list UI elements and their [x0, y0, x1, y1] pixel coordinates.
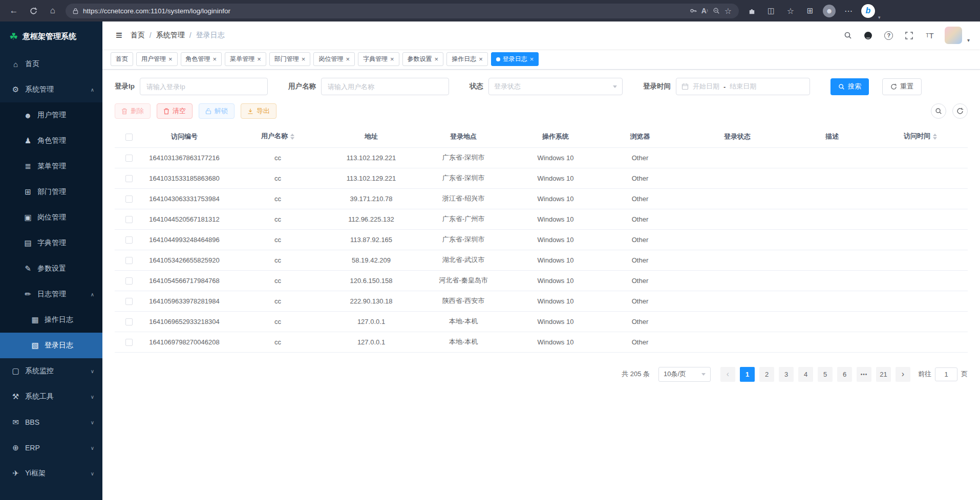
col-header-user-name[interactable]: 用户名称 [225, 126, 330, 147]
sidebar-item[interactable]: ▣ 岗位管理 [0, 205, 102, 230]
page-number-button[interactable]: 3 [779, 367, 794, 382]
tab[interactable]: 用户管理 [136, 52, 178, 66]
sort-icon[interactable] [933, 132, 937, 142]
search-button[interactable]: 搜索 [830, 78, 869, 95]
hamburger-menu-icon[interactable]: ≡ [111, 29, 127, 42]
sidebar-item[interactable]: ⊞ 部门管理 [0, 179, 102, 205]
sidebar-item[interactable]: ⚙ 系统管理 ∧ [0, 77, 102, 102]
zoom-out-icon[interactable] [713, 7, 720, 14]
close-icon[interactable] [530, 56, 534, 62]
search-icon[interactable] [842, 30, 854, 41]
refresh-icon[interactable] [27, 4, 40, 17]
more-menu-icon[interactable] [842, 4, 855, 17]
user-name-input[interactable] [321, 78, 449, 95]
refresh-table-button[interactable] [952, 103, 968, 119]
split-screen-icon[interactable] [764, 4, 778, 17]
close-icon[interactable] [390, 56, 394, 62]
page-size-select[interactable]: 10条/页 [658, 367, 711, 382]
sidebar-item[interactable]: ▤ 字典管理 [0, 230, 102, 256]
col-header-visit-time[interactable]: 访问时间 [873, 126, 968, 147]
copilot-bing-icon[interactable] [861, 4, 875, 18]
reset-button[interactable]: 重置 [882, 78, 922, 95]
unlock-button[interactable]: 解锁 [199, 103, 235, 119]
page-number-button[interactable]: 21 [876, 367, 891, 382]
tab[interactable]: 操作日志 [446, 52, 488, 66]
user-avatar[interactable] [945, 27, 962, 44]
fullscreen-icon[interactable] [904, 30, 915, 41]
clear-button[interactable]: 清空 [157, 103, 193, 119]
sidebar-item[interactable]: ✎ 参数设置 [0, 256, 102, 281]
row-checkbox[interactable] [125, 318, 133, 325]
tab[interactable]: 岗位管理 [313, 52, 355, 66]
sidebar-item[interactable]: ▧ 登录日志 [0, 333, 102, 358]
sidebar-item[interactable]: ✏ 日志管理 ∧ [0, 281, 102, 307]
row-checkbox[interactable] [125, 257, 133, 264]
password-key-icon[interactable] [690, 7, 697, 14]
tab[interactable]: 参数设置 [402, 52, 444, 66]
back-icon[interactable]: ← [7, 4, 20, 17]
sidebar-item[interactable]: ⚒ 系统工具 ∨ [0, 384, 102, 409]
read-aloud-icon[interactable] [701, 6, 708, 15]
tab[interactable]: 首页 [111, 52, 133, 66]
close-icon[interactable] [257, 56, 261, 62]
sort-icon[interactable] [290, 132, 294, 142]
sidebar-item[interactable]: ≣ 菜单管理 [0, 154, 102, 179]
tab[interactable]: 字典管理 [358, 52, 399, 66]
breadcrumb-item[interactable]: 系统管理 [156, 31, 185, 40]
goto-page-input[interactable] [935, 367, 957, 381]
address-bar[interactable]: https://ccnetcore.com:1101/system/log/lo… [66, 4, 739, 18]
next-page-button[interactable] [896, 367, 910, 382]
tab[interactable]: 登录日志 [491, 52, 539, 66]
row-checkbox[interactable] [125, 277, 133, 285]
sidebar-item[interactable]: ✈ Yi框架 ∨ [0, 461, 102, 486]
close-icon[interactable] [435, 56, 439, 62]
sidebar-item[interactable]: ▦ 操作日志 [0, 307, 102, 333]
favorite-star-icon[interactable] [725, 6, 732, 16]
show-search-button[interactable] [931, 103, 946, 119]
export-button[interactable]: 导出 [241, 103, 276, 119]
help-icon[interactable] [883, 30, 894, 41]
sidebar-item[interactable]: ▢ 系统监控 ∨ [0, 358, 102, 384]
favorites-bar-icon[interactable] [784, 4, 797, 17]
tab[interactable]: 角色管理 [181, 52, 222, 66]
page-number-button[interactable]: 6 [837, 367, 852, 382]
page-number-button[interactable]: 5 [818, 367, 833, 382]
github-icon[interactable] [863, 30, 874, 41]
close-icon[interactable] [479, 56, 483, 62]
login-ip-input[interactable] [140, 78, 268, 95]
row-checkbox[interactable] [125, 339, 133, 346]
extensions-icon[interactable] [745, 4, 758, 17]
select-all-checkbox[interactable] [125, 134, 133, 141]
close-icon[interactable] [346, 56, 350, 62]
delete-button[interactable]: 删除 [115, 103, 151, 119]
close-icon[interactable] [302, 56, 306, 62]
sidebar-item[interactable]: ✉ BBS ∨ [0, 409, 102, 435]
row-checkbox[interactable] [125, 195, 133, 203]
chevron-down-icon[interactable]: ▾ [878, 15, 881, 21]
row-checkbox[interactable] [125, 298, 133, 305]
sidebar-item[interactable]: ⌂ 首页 [0, 51, 102, 77]
row-checkbox[interactable] [125, 216, 133, 223]
sidebar-item[interactable]: ♟ 角色管理 [0, 128, 102, 154]
row-checkbox[interactable] [125, 236, 133, 244]
close-icon[interactable] [213, 56, 217, 62]
breadcrumb-item[interactable]: 登录日志 [196, 31, 225, 40]
page-number-button[interactable]: ••• [857, 367, 871, 382]
login-time-range-picker[interactable]: 开始日期 - 结束日期 [676, 78, 810, 95]
url-text[interactable]: https://ccnetcore.com:1101/system/log/lo… [83, 7, 685, 15]
close-icon[interactable] [168, 56, 173, 62]
tab[interactable]: 菜单管理 [225, 52, 266, 66]
sidebar-item[interactable]: ⊕ ERP ∨ [0, 435, 102, 461]
browser-profile-avatar[interactable] [823, 5, 836, 17]
page-number-button[interactable]: 1 [740, 367, 755, 382]
chevron-down-icon[interactable]: ▾ [967, 37, 970, 44]
row-checkbox[interactable] [125, 175, 133, 182]
status-select[interactable]: 登录状态 [488, 78, 623, 95]
page-number-button[interactable]: 4 [798, 367, 813, 382]
collections-icon[interactable] [803, 4, 817, 17]
text-size-icon[interactable] [924, 30, 935, 41]
row-checkbox[interactable] [125, 155, 133, 162]
sidebar-item[interactable]: ☻ 用户管理 [0, 102, 102, 128]
breadcrumb-item[interactable]: 首页 [131, 31, 145, 40]
tab[interactable]: 部门管理 [269, 52, 311, 66]
